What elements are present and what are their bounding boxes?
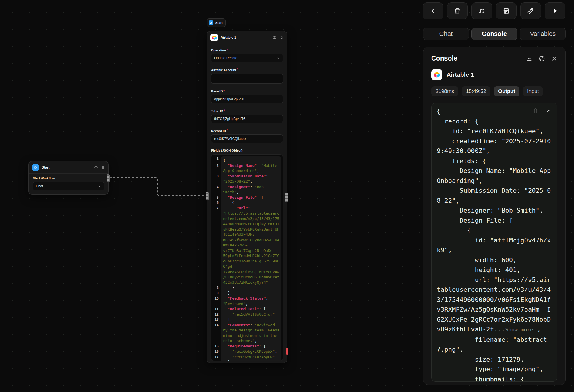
fields-json-label: Fields (JSON Object) bbox=[211, 149, 283, 152]
storefront-icon bbox=[503, 7, 510, 15]
code-icon[interactable] bbox=[87, 165, 91, 169]
output-tab-badge[interactable]: Output bbox=[494, 86, 519, 96]
console-title: Console bbox=[431, 55, 526, 62]
tab-console[interactable]: Console bbox=[471, 28, 517, 40]
start-output-handle[interactable] bbox=[107, 174, 110, 182]
rocket-icon bbox=[527, 7, 534, 15]
airtable-output-handle[interactable] bbox=[285, 193, 288, 202]
start-workflow-value: Chat bbox=[36, 184, 43, 188]
base-id-label: Base ID* bbox=[211, 89, 283, 93]
start-node-icon bbox=[32, 164, 39, 171]
operation-select[interactable]: Update Record bbox=[211, 54, 283, 62]
trash-icon bbox=[454, 7, 461, 15]
account-label: Airtable Account* bbox=[211, 68, 283, 72]
console-output[interactable]: { record: { id: "rec0tK7W0ICQikuee", cre… bbox=[431, 103, 557, 382]
tab-variables[interactable]: Variables bbox=[520, 28, 566, 40]
delete-button[interactable] bbox=[447, 2, 468, 19]
start-workflow-select[interactable]: Chat bbox=[33, 182, 104, 190]
table-id-label: Table ID* bbox=[211, 109, 283, 113]
mobile-icon[interactable] bbox=[280, 36, 283, 40]
bug-icon bbox=[478, 7, 486, 15]
run-button[interactable] bbox=[545, 2, 565, 19]
top-toolbar bbox=[423, 2, 565, 19]
start-node-title: Start bbox=[42, 165, 84, 169]
tab-chat[interactable]: Chat bbox=[423, 28, 469, 40]
chevron-down-icon bbox=[277, 57, 280, 60]
start-node[interactable]: Start Start Workflow Chat bbox=[28, 161, 109, 195]
play-icon bbox=[551, 7, 559, 15]
clear-console-icon[interactable] bbox=[538, 55, 545, 62]
debug-button[interactable] bbox=[471, 2, 492, 19]
chevron-down-icon bbox=[98, 185, 101, 188]
start-node-header[interactable]: Start bbox=[29, 161, 108, 174]
base-id-input[interactable]: appklbrOpoGg7V0iF bbox=[211, 95, 283, 103]
table-id-input[interactable]: tbl7G7jZgHpBp4LT6 bbox=[211, 115, 283, 123]
airtable-node-title: Airtable 1 bbox=[221, 36, 270, 40]
airtable-node-header[interactable]: Airtable 1 bbox=[207, 31, 287, 44]
airtable-node[interactable]: Airtable 1 Operation* Update Record Airt… bbox=[207, 31, 287, 363]
deploy-button[interactable] bbox=[520, 2, 541, 19]
airtable-input-handle[interactable] bbox=[206, 192, 209, 200]
copy-clipboard-icon[interactable] bbox=[532, 108, 539, 114]
editor-scroll-error-marker bbox=[286, 348, 288, 355]
info-icon[interactable] bbox=[94, 166, 98, 169]
marketplace-button[interactable] bbox=[496, 2, 517, 19]
collapse-chevron-up-icon[interactable] bbox=[546, 108, 552, 114]
input-tab-badge[interactable]: Input bbox=[523, 86, 543, 96]
chevron-left-icon bbox=[430, 7, 436, 14]
back-button[interactable] bbox=[423, 2, 443, 19]
start-workflow-label: Start Workflow bbox=[33, 177, 104, 180]
json-fields-editor[interactable]: 1{2 "Design Name": "Mobile App Onboardin… bbox=[211, 154, 283, 361]
start-chip[interactable]: Start bbox=[207, 18, 226, 27]
record-id-input[interactable]: rec0tK7W0ICQikuee bbox=[211, 134, 283, 143]
console-json-output: { record: { id: "rec0tK7W0ICQikuee", cre… bbox=[437, 107, 552, 382]
console-node-name: Airtable 1 bbox=[447, 71, 474, 78]
airtable-logo-icon bbox=[210, 34, 218, 41]
timestamp-badge: 15:49:52 bbox=[462, 86, 490, 96]
airtable-account-select[interactable] bbox=[211, 74, 283, 84]
record-id-label: Record ID* bbox=[211, 129, 283, 133]
show-more-link[interactable]: Show more bbox=[505, 327, 533, 333]
docs-book-icon[interactable] bbox=[272, 36, 277, 40]
panel-tabs: Chat Console Variables bbox=[423, 28, 566, 40]
close-icon[interactable] bbox=[551, 55, 557, 62]
account-select-underline bbox=[214, 81, 280, 81]
console-panel: Console Airtable 1 2198ms 15:49:52 Outpu bbox=[423, 47, 566, 385]
operation-label: Operation* bbox=[211, 48, 283, 52]
operation-value: Update Record bbox=[214, 56, 237, 60]
duration-badge: 2198ms bbox=[431, 86, 458, 96]
airtable-logo-icon bbox=[431, 69, 442, 80]
download-icon[interactable] bbox=[526, 55, 533, 62]
mobile-icon[interactable] bbox=[101, 166, 105, 169]
start-chip-label: Start bbox=[215, 21, 223, 24]
start-icon bbox=[209, 20, 213, 25]
